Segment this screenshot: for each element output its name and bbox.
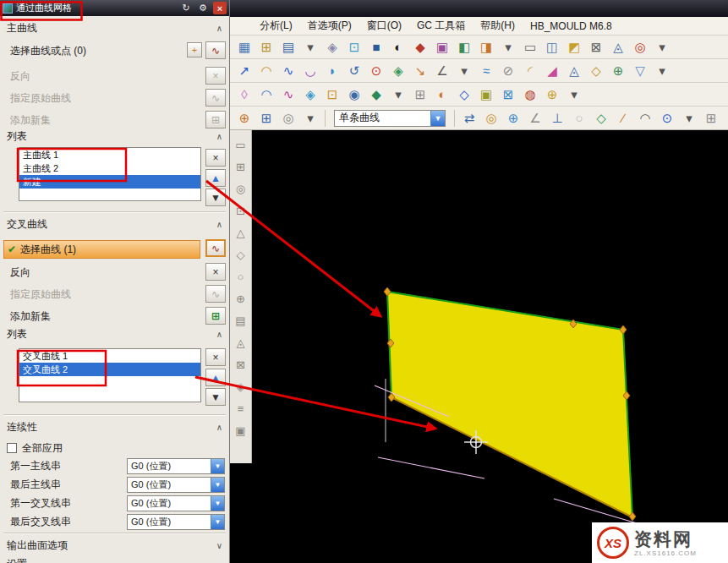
dialog-reset-button[interactable]: ↻ [179,2,193,14]
continuity-dropdown[interactable]: G0 (位置) ▼ [127,495,225,511]
toolbar-icon[interactable]: ▾ [679,108,699,128]
toolbar-icon[interactable]: ▣ [232,419,250,441]
toolbar-icon[interactable]: ◈ [300,85,320,105]
toolbar-icon[interactable]: ≈ [476,61,496,81]
chevron-down-icon[interactable]: ▼ [430,111,445,126]
toolbar-icon[interactable]: ◫ [542,37,562,57]
toolbar-icon[interactable]: ∿ [278,85,298,105]
toolbar-icon[interactable]: ◊ [234,85,255,105]
toolbar-icon[interactable]: ∕ [613,108,633,128]
toolbar-icon[interactable]: ▾ [652,37,672,57]
curve-rule-dropdown[interactable]: 单条曲线 ▼ [334,110,446,127]
toolbar-icon[interactable]: ◆ [366,85,386,105]
toolbar-icon[interactable]: ▤ [278,37,298,57]
section-header-output[interactable]: 输出曲面选项 ∨ [0,538,229,553]
toolbar-icon[interactable]: ⊙ [657,108,677,128]
chevron-up-icon[interactable]: ∧ [216,24,222,33]
chevron-up-icon[interactable]: ∧ [216,423,222,432]
original-curve-button-cross[interactable]: ∿ [205,285,226,303]
toolbar-icon[interactable]: ▣ [476,85,496,105]
list-item[interactable]: 主曲线 1 [19,148,200,161]
toolbar-icon[interactable]: ∠ [525,108,545,128]
toolbar-icon[interactable]: ▽ [630,61,650,81]
select-curve-row-active[interactable]: ✔ 选择曲线 (1) [3,240,200,259]
toolbar-icon[interactable]: ▾ [300,37,320,57]
toolbar-icon[interactable]: ◇ [232,243,250,265]
toolbar-icon[interactable]: ▾ [564,85,584,105]
move-down-button[interactable]: ▼ [205,189,226,206]
toolbar-icon[interactable]: ▾ [300,108,320,128]
toolbar-icon[interactable]: ⊞ [232,156,250,178]
move-up-button[interactable]: ▲ [205,369,226,386]
reverse-button-main[interactable]: × [205,67,226,85]
menu-item[interactable]: 首选项(P) [300,17,359,35]
toolbar-icon[interactable]: ◈ [388,61,408,81]
toolbar-icon[interactable]: ◬ [232,331,250,353]
toolbar-icon[interactable]: ▾ [388,85,408,105]
toolbar-icon[interactable]: ◐ [388,37,408,57]
move-up-button[interactable]: ▲ [205,169,226,187]
toolbar-icon[interactable]: ↘ [410,61,430,81]
toolbar-icon[interactable]: ◇ [586,61,606,81]
list-item[interactable]: 主曲线 2 [19,161,200,175]
move-down-button[interactable]: ▼ [205,388,226,406]
toolbar-icon[interactable]: ■ [366,37,386,57]
toolbar-icon[interactable]: ◢ [542,61,562,81]
toolbar-icon[interactable]: ◇ [591,108,611,128]
list-item[interactable]: 交叉曲线 1 [19,349,200,363]
point-dialog-button[interactable]: + [187,42,202,57]
menu-item[interactable]: GC 工具箱 [409,17,473,35]
toolbar-icon[interactable]: ⊞ [256,108,276,128]
section-header-settings[interactable]: 设置 [0,556,229,563]
toolbar-icon[interactable]: ⊡ [322,85,342,105]
dialog-close-button[interactable]: × [213,2,227,14]
menu-item[interactable]: 分析(L) [252,17,300,35]
toolbar-icon[interactable]: ⊘ [498,61,518,81]
toolbar-icon[interactable]: ⊥ [547,108,567,128]
section-header-main-curves[interactable]: 主曲线 ∧ [0,20,229,36]
chevron-down-icon[interactable]: ▼ [211,515,224,529]
toolbar-icon[interactable]: ▾ [652,61,672,81]
toolbar-icon[interactable]: ◬ [608,37,628,57]
curve-select-button[interactable]: ∿ [205,41,226,59]
section-header-list-main[interactable]: 列表 ∧ [0,128,229,144]
toolbar-icon[interactable]: ◆ [410,37,430,57]
toolbar-icon[interactable]: ⊠ [498,85,518,105]
dialog-titlebar[interactable]: 通过曲线网格 ↻ ⚙ × [0,0,229,16]
toolbar-icon[interactable]: ▭ [520,37,540,57]
menu-item[interactable]: 帮助(H) [473,17,523,35]
toolbar-icon[interactable]: ⊕ [542,85,562,105]
continuity-dropdown[interactable]: G0 (位置) ▼ [127,458,225,474]
toolbar-icon[interactable]: ◇ [454,85,474,105]
chevron-up-icon[interactable]: ∧ [216,330,222,339]
toolbar-icon[interactable]: ◉ [344,85,364,105]
toolbar-icon[interactable]: ⊠ [232,353,250,375]
graphics-viewport[interactable]: ▭⊞◎⊡△◇○⊕▤◬⊠◈≡▣ [230,130,728,563]
reverse-button-cross[interactable]: × [205,263,226,281]
toolbar-icon[interactable]: ⊕ [234,108,255,128]
add-new-set-button-cross[interactable]: ⊞ [205,307,226,325]
main-curves-list[interactable]: 主曲线 1主曲线 2新建 [19,147,201,201]
toolbar-icon[interactable]: ◐ [432,85,452,105]
toolbar-icon[interactable]: ◠ [635,108,655,128]
toolbar-icon[interactable]: ◎ [481,108,501,128]
section-header-continuity[interactable]: 连续性 ∧ [0,419,229,435]
toolbar-icon[interactable]: ↗ [234,61,255,81]
toolbar-icon[interactable]: ⇄ [459,108,479,128]
toolbar-icon[interactable]: ◈ [232,375,250,397]
toolbar-icon[interactable]: ⊕ [608,61,628,81]
remove-list-item-button[interactable]: × [205,348,226,366]
toolbar-icon[interactable]: ◈ [322,37,342,57]
toolbar-icon[interactable]: ◨ [476,37,496,57]
menu-item[interactable]: HB_MOULD M6.8 [523,17,620,35]
chevron-down-icon[interactable]: ▼ [211,496,224,511]
add-new-set-button-main[interactable]: ⊞ [205,111,226,128]
original-curve-button-main[interactable]: ∿ [205,89,226,107]
toolbar-icon[interactable]: ◧ [454,37,474,57]
toolbar-icon[interactable]: ≡ [232,397,250,419]
section-header-list-cross[interactable]: 列表 ∧ [0,326,229,342]
toolbar-icon[interactable]: ⊡ [232,200,250,221]
toolbar-icon[interactable]: ⊕ [232,287,250,309]
list-item[interactable]: 交叉曲线 2 [19,363,200,376]
toolbar-icon[interactable]: ▭ [232,134,250,156]
